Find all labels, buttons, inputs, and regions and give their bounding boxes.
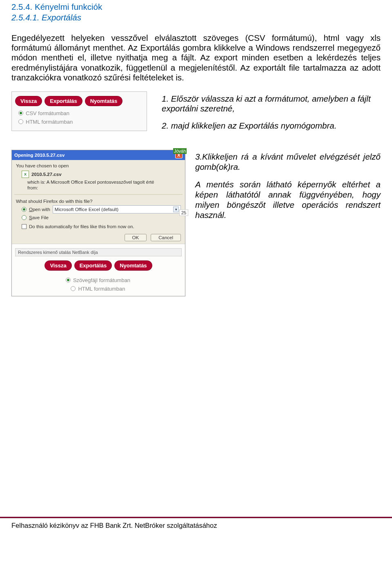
heading-2541: 2.5.4.1. Exportálás — [11, 13, 381, 22]
open-with-label: OOpen withpen with — [29, 207, 50, 212]
lower-radio-html-label: HTML formátumban — [78, 286, 125, 292]
save-file-radio[interactable] — [22, 215, 27, 220]
green-stub: Jóváh — [173, 148, 187, 154]
lower-radio-txt[interactable] — [66, 278, 71, 282]
dialog-which-is: which is: A Microsoft Office Excel ponto… — [27, 180, 181, 185]
radio-csv[interactable] — [18, 111, 23, 116]
dialog-filename: 2010.5.27.csv — [31, 172, 62, 177]
dialog-title: Opening 2010.5.27.csv — [14, 153, 65, 158]
auto-label: Do this automatically for files like thi… — [29, 224, 134, 229]
lower-stripe: Rendszeres kimenő utalás NetBank díja — [15, 248, 182, 256]
step-3: 3.Klikkeljen rá a kívánt művelet elvégzé… — [195, 151, 381, 172]
lower-back-button[interactable]: Vissza — [45, 260, 71, 271]
step-1: 1. Először válassza ki azt a formátumot,… — [162, 94, 381, 113]
lower-radio-txt-label: Szövegfájl formátumban — [73, 277, 130, 283]
export-button[interactable]: Exportálás — [45, 96, 82, 106]
intro-paragraph: Engedélyezett helyeken vesszővel elválas… — [11, 33, 381, 82]
step-4: A mentés során látható képernyők eltérhe… — [195, 179, 381, 220]
dialog-question: What should Firefox do with this file? — [16, 199, 181, 204]
radio-html[interactable] — [18, 119, 23, 124]
excel-file-icon: X — [22, 171, 29, 178]
export-panel-screenshot: Vissza Exportálás Nyomtatás CSV formátum… — [11, 91, 147, 131]
print-button[interactable]: Nyomtatás — [85, 96, 122, 106]
ok-button[interactable]: OK — [125, 234, 147, 241]
radio-html-label: HTML formátumban — [26, 119, 73, 125]
step-2: 2. majd klikkeljen az Exportálás nyomógo… — [162, 121, 381, 131]
lower-radio-html[interactable] — [71, 286, 76, 291]
lower-print-button[interactable]: Nyomtatás — [114, 260, 152, 271]
back-button[interactable]: Vissza — [15, 96, 42, 106]
save-file-label: Save FileSave File — [29, 215, 49, 220]
dialog-from: from: — [27, 185, 181, 190]
footer-rule-light — [0, 518, 392, 518]
auto-checkbox[interactable] — [22, 224, 27, 229]
footer-text: Felhasználó kézikönyv az FHB Bank Zrt. N… — [11, 522, 381, 529]
radio-csv-label: CSV formátumban — [26, 110, 69, 116]
lower-export-button[interactable]: Exportálás — [74, 260, 112, 271]
chevron-down-icon: ▾ — [173, 207, 179, 212]
number-25-stub: 25 — [179, 209, 188, 216]
firefox-open-dialog: Opening 2010.5.27.csv X You have chosen … — [11, 150, 185, 296]
open-with-radio[interactable] — [22, 207, 27, 212]
heading-254: 2.5.4. Kényelmi funkciók — [11, 2, 381, 12]
cancel-button[interactable]: Cancel — [151, 234, 181, 241]
open-with-value: Microsoft Office Excel (default) — [55, 207, 118, 212]
open-with-combo[interactable]: Microsoft Office Excel (default) ▾ — [53, 205, 181, 213]
dialog-chosen-text: You have chosen to open — [16, 163, 181, 168]
